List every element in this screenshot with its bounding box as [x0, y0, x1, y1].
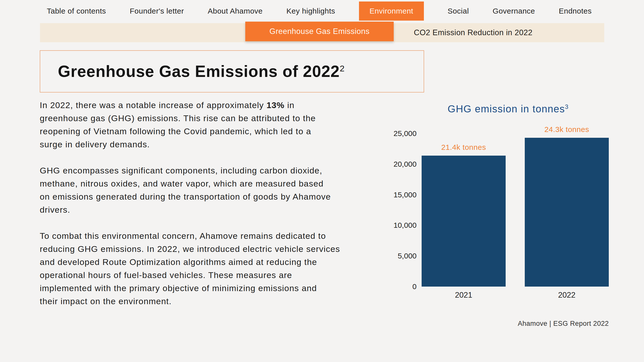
ghg-chart: GHG emission in tonnes3 25,00020,00015,0… [385, 103, 616, 304]
nav-item-table-of-contents[interactable]: Table of contents [47, 2, 106, 21]
report-page: Table of contents Founder's letter About… [0, 0, 644, 362]
paragraph-ghg-increase: In 2022, there was a notable increase of… [40, 99, 387, 151]
page-title: Greenhouse Gas Emissions of 20222 [40, 62, 345, 81]
chart-title-footnote-marker: 3 [565, 103, 569, 110]
footer-credit: Ahamove | ESG Report 2022 [518, 320, 609, 328]
chart-title-text: GHG emission in tonnes [448, 103, 565, 114]
y-axis-tick-label: 5,000 [385, 251, 417, 260]
nav-item-key-highlights[interactable]: Key highlights [287, 2, 335, 21]
bar-value-label-2021: 21.4k tonnes [407, 143, 521, 152]
y-axis-tick-label: 0 [385, 282, 417, 291]
nav-item-founders-letter[interactable]: Founder's letter [130, 2, 184, 21]
nav-item-endnotes[interactable]: Endnotes [559, 2, 592, 21]
top-nav: Table of contents Founder's letter About… [47, 0, 592, 22]
page-title-text: Greenhouse Gas Emissions of 2022 [58, 62, 340, 80]
nav-item-environment[interactable]: Environment [359, 2, 424, 21]
y-axis-tick-label: 25,000 [385, 129, 417, 138]
text-run: To combat this environmental concern, Ah… [40, 231, 340, 306]
nav-item-social[interactable]: Social [448, 2, 469, 21]
nav-item-governance[interactable]: Governance [493, 2, 535, 21]
nav-item-about-ahamove[interactable]: About Ahamove [208, 2, 263, 21]
title-footnote-marker: 2 [340, 64, 345, 73]
x-axis-label-2022: 2022 [525, 291, 609, 300]
bold-run: 13% [266, 100, 285, 110]
paragraph-ghg-components: GHG encompasses significant components, … [40, 164, 387, 216]
bar-value-label-2022: 24.3k tonnes [510, 125, 624, 134]
title-box: Greenhouse Gas Emissions of 20222 [40, 50, 424, 93]
paragraph-ghg-measures: To combat this environmental concern, Ah… [40, 229, 387, 308]
text-run: In 2022, there was a notable increase of… [40, 100, 266, 110]
subnav-tab-co2-emission-reduction[interactable]: CO2 Emission Reduction in 2022 [414, 23, 533, 42]
y-axis-tick-label: 15,000 [385, 190, 417, 199]
text-run: GHG encompasses significant components, … [40, 166, 331, 214]
bar-2022 [525, 138, 609, 287]
body-text: In 2022, there was a notable increase of… [40, 99, 387, 321]
y-axis-tick-label: 20,000 [385, 160, 417, 169]
subnav-tab-greenhouse-gas-emissions[interactable]: Greenhouse Gas Emissions [245, 22, 394, 41]
bar-2021 [422, 156, 506, 287]
chart-title: GHG emission in tonnes3 [400, 103, 616, 115]
y-axis-tick-label: 10,000 [385, 221, 417, 230]
sub-nav: Greenhouse Gas Emissions CO2 Emission Re… [40, 23, 604, 42]
x-axis-label-2021: 2021 [422, 291, 506, 300]
